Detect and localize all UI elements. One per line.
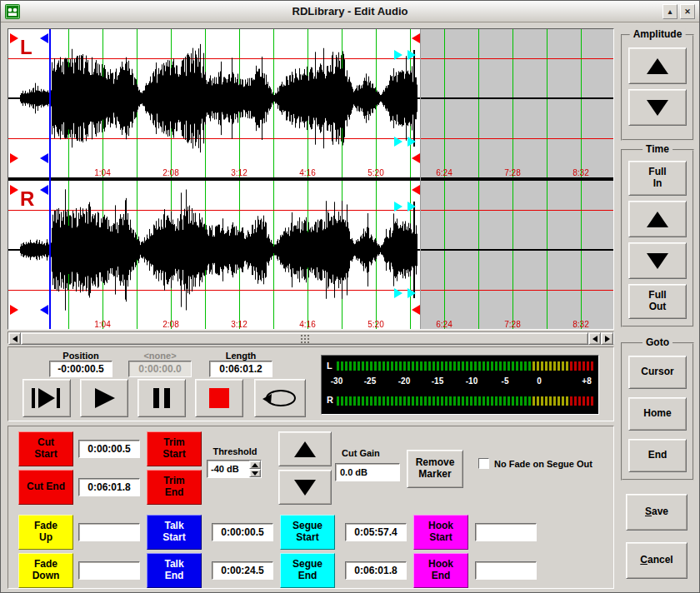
up-arrow-icon — [647, 58, 668, 74]
remove-marker-button[interactable]: Remove Marker — [407, 450, 463, 488]
hook-end-button[interactable]: Hook End — [413, 553, 468, 588]
cut-gain-label: Cut Gain — [335, 448, 400, 458]
close-icon: ✕ — [684, 7, 691, 16]
amplitude-group-title: Amplitude — [630, 28, 686, 40]
cut-start-button[interactable]: Cut Start — [18, 431, 73, 466]
right-arrow-icon — [605, 336, 610, 342]
loop-icon — [262, 386, 298, 410]
goto-cursor-button[interactable]: Cursor — [628, 356, 687, 389]
marker-up-button[interactable] — [278, 431, 332, 466]
scroll-right-button[interactable] — [601, 332, 613, 345]
waveform-scrollbar[interactable] — [8, 331, 614, 344]
pause-icon — [151, 387, 172, 409]
goto-end-button[interactable]: End — [628, 439, 687, 472]
waveform-display — [8, 28, 614, 330]
cut-gain-value[interactable]: 0.0 dB — [335, 463, 400, 481]
scroll-left-button[interactable] — [8, 332, 21, 345]
full-in-button[interactable]: Full In — [628, 161, 687, 196]
trim-start-button[interactable]: Trim Start — [147, 431, 202, 466]
threshold-spin-down-button[interactable] — [249, 469, 261, 477]
down-arrow-icon — [647, 253, 668, 269]
no-fade-label: No Fade on Segue Out — [494, 459, 611, 469]
window-title: RDLibrary - Edit Audio — [1, 5, 699, 17]
title-bar: RDLibrary - Edit Audio ▴ ✕ — [1, 1, 699, 22]
hook-start-value[interactable] — [475, 523, 537, 541]
position-value: -0:00:00.5 — [49, 361, 112, 377]
goto-home-button[interactable]: Home — [628, 397, 687, 431]
cut-start-value[interactable]: 0:00:00.5 — [78, 440, 140, 458]
segue-start-value[interactable]: 0:05:57.4 — [345, 523, 407, 541]
left-arrow-icon — [12, 336, 18, 342]
length-label: Length — [209, 351, 272, 361]
full-out-button[interactable]: Full Out — [628, 284, 687, 319]
marker-panel: Cut Start 0:00:00.5 Cut End 0:06:01.8 Tr… — [8, 426, 614, 589]
fade-down-button[interactable]: Fade Down — [18, 553, 73, 588]
no-fade-checkbox[interactable] — [478, 458, 489, 469]
talk-start-value[interactable]: 0:00:00.5 — [212, 523, 273, 541]
fade-up-button[interactable]: Fade Up — [18, 515, 73, 550]
time-group: Time Full In Full Out — [621, 149, 694, 327]
threshold-spinbox[interactable]: -40 dB — [207, 460, 262, 478]
segue-end-button[interactable]: Segue End — [280, 553, 335, 588]
none-marker-label: <none> — [128, 351, 192, 361]
left-arrow-icon — [592, 336, 598, 342]
goto-group: Goto Cursor Home End — [621, 342, 694, 481]
meter-leds-right — [337, 396, 593, 406]
time-down-button[interactable] — [628, 242, 687, 279]
threshold-spin-up-button[interactable] — [249, 461, 261, 469]
threshold-label: Threshold — [205, 446, 265, 456]
hook-start-button[interactable]: Hook Start — [413, 515, 468, 550]
audio-meter: L -30-25-20-15-10-50+8 R — [321, 355, 599, 415]
length-value: 0:06:01.2 — [209, 361, 272, 377]
pause-button[interactable] — [138, 379, 186, 417]
talk-start-button[interactable]: Talk Start — [147, 515, 202, 550]
thumb-grip-icon — [304, 338, 306, 340]
segue-start-button[interactable]: Segue Start — [280, 515, 335, 550]
position-label: Position — [49, 351, 112, 361]
scroll-left-button-secondary[interactable] — [588, 332, 601, 345]
talk-end-value[interactable]: 0:00:24.5 — [212, 561, 273, 580]
down-arrow-icon — [647, 100, 668, 116]
scrollbar-thumb[interactable] — [21, 332, 588, 345]
loop-button[interactable] — [254, 379, 306, 417]
down-arrow-icon — [294, 480, 316, 496]
shade-icon: ▴ — [668, 7, 672, 16]
up-arrow-icon — [647, 212, 668, 227]
time-up-button[interactable] — [628, 201, 687, 237]
play-icon — [92, 387, 117, 409]
transport-panel: Position <none> Length -0:00:00.5 0:00:0… — [8, 346, 614, 421]
shade-button[interactable]: ▴ — [662, 4, 678, 19]
hook-end-value[interactable] — [475, 561, 537, 580]
edit-audio-window: RDLibrary - Edit Audio ▴ ✕ Position <non… — [0, 0, 700, 593]
meter-leds-left — [337, 361, 593, 371]
meter-right-label: R — [327, 395, 333, 405]
stop-icon — [208, 387, 230, 409]
none-marker-value: 0:00:00.0 — [128, 361, 192, 377]
up-arrow-icon — [294, 441, 316, 457]
trim-end-button[interactable]: Trim End — [147, 470, 202, 505]
fade-up-value[interactable] — [78, 523, 140, 541]
stop-button[interactable] — [195, 379, 243, 417]
goto-group-title: Goto — [642, 336, 672, 348]
cut-end-button[interactable]: Cut End — [18, 470, 73, 505]
play-from-start-icon — [31, 387, 62, 409]
amplitude-up-button[interactable] — [628, 47, 687, 84]
talk-end-button[interactable]: Talk End — [147, 553, 202, 588]
marker-down-button[interactable] — [278, 470, 332, 505]
amplitude-group: Amplitude — [621, 34, 694, 141]
close-button[interactable]: ✕ — [680, 4, 695, 19]
spin-down-icon — [252, 471, 258, 476]
amplitude-down-button[interactable] — [628, 89, 687, 126]
meter-left-label: L — [327, 361, 332, 371]
cancel-button[interactable]: Cancel — [626, 542, 688, 579]
waveform-canvas[interactable] — [8, 29, 613, 329]
segue-end-value[interactable]: 0:06:01.8 — [345, 561, 407, 580]
fade-down-value[interactable] — [78, 561, 140, 580]
time-group-title: Time — [642, 143, 672, 155]
spin-up-icon — [252, 463, 258, 467]
save-button[interactable]: Save — [626, 494, 688, 531]
cut-end-value[interactable]: 0:06:01.8 — [78, 478, 140, 496]
play-from-start-button[interactable] — [22, 379, 71, 417]
meter-scale: -30-25-20-15-10-50+8 — [322, 376, 597, 387]
play-button[interactable] — [80, 379, 128, 417]
